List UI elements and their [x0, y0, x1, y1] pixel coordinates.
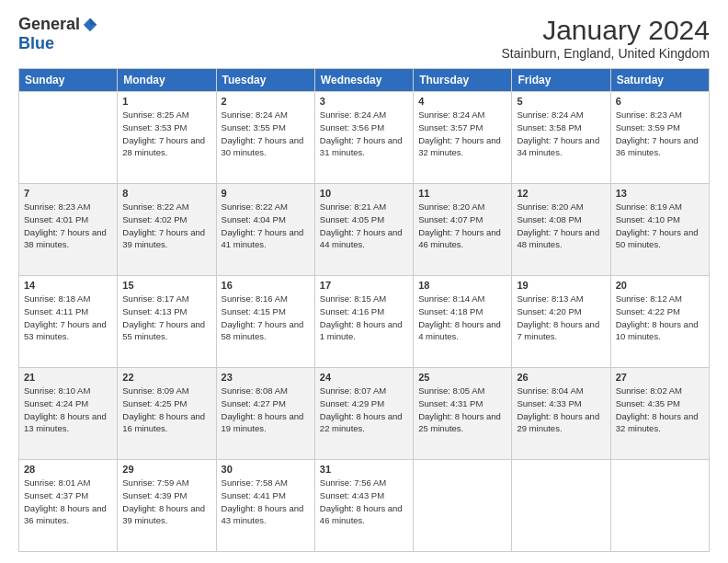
day-number: 23 — [222, 372, 310, 383]
calendar-header-cell: Wednesday — [314, 69, 413, 92]
day-info: Sunrise: 8:18 AMSunset: 4:11 PMDaylight:… — [24, 293, 112, 343]
calendar-cell: 27Sunrise: 8:02 AMSunset: 4:35 PMDayligh… — [610, 368, 709, 460]
day-info: Sunrise: 7:59 AMSunset: 4:39 PMDaylight:… — [122, 477, 210, 527]
day-info: Sunrise: 8:23 AMSunset: 3:59 PMDaylight:… — [616, 109, 704, 159]
calendar-cell: 6Sunrise: 8:23 AMSunset: 3:59 PMDaylight… — [610, 92, 709, 184]
calendar-cell — [512, 460, 610, 552]
calendar-week-row: 1Sunrise: 8:25 AMSunset: 3:53 PMDaylight… — [19, 92, 710, 184]
day-info: Sunrise: 8:08 AMSunset: 4:27 PMDaylight:… — [222, 385, 310, 435]
calendar-cell: 14Sunrise: 8:18 AMSunset: 4:11 PMDayligh… — [19, 276, 118, 368]
day-number: 29 — [122, 464, 210, 475]
day-number: 4 — [418, 96, 506, 107]
day-info: Sunrise: 8:02 AMSunset: 4:35 PMDaylight:… — [616, 385, 704, 435]
header: General Blue January 2024 Stainburn, Eng… — [18, 15, 710, 61]
calendar-cell: 16Sunrise: 8:16 AMSunset: 4:15 PMDayligh… — [216, 276, 314, 368]
calendar-cell: 8Sunrise: 8:22 AMSunset: 4:02 PMDaylight… — [118, 184, 216, 276]
calendar-cell: 13Sunrise: 8:19 AMSunset: 4:10 PMDayligh… — [610, 184, 709, 276]
day-number: 15 — [122, 280, 210, 291]
day-info: Sunrise: 8:22 AMSunset: 4:02 PMDaylight:… — [122, 201, 210, 251]
page: General Blue January 2024 Stainburn, Eng… — [0, 0, 728, 563]
calendar-cell — [414, 460, 512, 552]
day-info: Sunrise: 8:07 AMSunset: 4:29 PMDaylight:… — [320, 385, 408, 435]
logo-general-text: General — [18, 15, 80, 34]
calendar-cell: 24Sunrise: 8:07 AMSunset: 4:29 PMDayligh… — [314, 368, 413, 460]
day-number: 3 — [320, 96, 408, 107]
day-info: Sunrise: 8:24 AMSunset: 3:58 PMDaylight:… — [517, 109, 605, 159]
title-block: January 2024 Stainburn, England, United … — [502, 15, 710, 61]
calendar-header-row: SundayMondayTuesdayWednesdayThursdayFrid… — [19, 69, 710, 92]
calendar-cell: 21Sunrise: 8:10 AMSunset: 4:24 PMDayligh… — [19, 368, 118, 460]
day-number: 19 — [517, 280, 605, 291]
calendar-cell: 12Sunrise: 8:20 AMSunset: 4:08 PMDayligh… — [512, 184, 610, 276]
day-info: Sunrise: 8:20 AMSunset: 4:07 PMDaylight:… — [418, 201, 506, 251]
day-number: 26 — [517, 372, 605, 383]
calendar-cell: 1Sunrise: 8:25 AMSunset: 3:53 PMDaylight… — [118, 92, 216, 184]
day-info: Sunrise: 8:23 AMSunset: 4:01 PMDaylight:… — [24, 201, 112, 251]
day-info: Sunrise: 8:10 AMSunset: 4:24 PMDaylight:… — [24, 385, 112, 435]
calendar-cell: 20Sunrise: 8:12 AMSunset: 4:22 PMDayligh… — [610, 276, 709, 368]
day-info: Sunrise: 8:13 AMSunset: 4:20 PMDaylight:… — [517, 293, 605, 343]
day-number: 10 — [320, 188, 408, 199]
day-info: Sunrise: 8:15 AMSunset: 4:16 PMDaylight:… — [320, 293, 408, 343]
logo-blue-text: Blue — [18, 34, 54, 52]
calendar-header-cell: Monday — [118, 69, 216, 92]
day-info: Sunrise: 8:05 AMSunset: 4:31 PMDaylight:… — [418, 385, 506, 435]
day-info: Sunrise: 8:12 AMSunset: 4:22 PMDaylight:… — [616, 293, 704, 343]
day-number: 12 — [517, 188, 605, 199]
day-number: 9 — [222, 188, 310, 199]
logo-icon — [82, 17, 98, 33]
calendar-cell: 31Sunrise: 7:56 AMSunset: 4:43 PMDayligh… — [314, 460, 413, 552]
calendar-cell — [19, 92, 118, 184]
calendar-cell: 28Sunrise: 8:01 AMSunset: 4:37 PMDayligh… — [19, 460, 118, 552]
day-info: Sunrise: 8:24 AMSunset: 3:57 PMDaylight:… — [418, 109, 506, 159]
day-info: Sunrise: 7:58 AMSunset: 4:41 PMDaylight:… — [222, 477, 310, 527]
svg-marker-1 — [90, 17, 97, 24]
day-info: Sunrise: 8:09 AMSunset: 4:25 PMDaylight:… — [122, 385, 210, 435]
calendar-header-cell: Sunday — [19, 69, 118, 92]
calendar-body: 1Sunrise: 8:25 AMSunset: 3:53 PMDaylight… — [19, 92, 710, 552]
calendar-week-row: 7Sunrise: 8:23 AMSunset: 4:01 PMDaylight… — [19, 184, 710, 276]
calendar-week-row: 28Sunrise: 8:01 AMSunset: 4:37 PMDayligh… — [19, 460, 710, 552]
calendar-week-row: 14Sunrise: 8:18 AMSunset: 4:11 PMDayligh… — [19, 276, 710, 368]
calendar-cell: 9Sunrise: 8:22 AMSunset: 4:04 PMDaylight… — [216, 184, 314, 276]
calendar-header-cell: Tuesday — [216, 69, 314, 92]
calendar-cell: 3Sunrise: 8:24 AMSunset: 3:56 PMDaylight… — [314, 92, 413, 184]
day-number: 30 — [222, 464, 310, 475]
day-info: Sunrise: 8:19 AMSunset: 4:10 PMDaylight:… — [616, 201, 704, 251]
calendar-cell: 17Sunrise: 8:15 AMSunset: 4:16 PMDayligh… — [314, 276, 413, 368]
day-info: Sunrise: 8:21 AMSunset: 4:05 PMDaylight:… — [320, 201, 408, 251]
day-number: 8 — [122, 188, 210, 199]
calendar-cell — [610, 460, 709, 552]
day-info: Sunrise: 8:16 AMSunset: 4:15 PMDaylight:… — [222, 293, 310, 343]
calendar-cell: 5Sunrise: 8:24 AMSunset: 3:58 PMDaylight… — [512, 92, 610, 184]
day-info: Sunrise: 8:17 AMSunset: 4:13 PMDaylight:… — [122, 293, 210, 343]
calendar-cell: 22Sunrise: 8:09 AMSunset: 4:25 PMDayligh… — [118, 368, 216, 460]
calendar-cell: 23Sunrise: 8:08 AMSunset: 4:27 PMDayligh… — [216, 368, 314, 460]
calendar-cell: 2Sunrise: 8:24 AMSunset: 3:55 PMDaylight… — [216, 92, 314, 184]
day-number: 31 — [320, 464, 408, 475]
calendar-cell: 25Sunrise: 8:05 AMSunset: 4:31 PMDayligh… — [414, 368, 512, 460]
day-number: 2 — [222, 96, 310, 107]
calendar-cell: 7Sunrise: 8:23 AMSunset: 4:01 PMDaylight… — [19, 184, 118, 276]
day-number: 21 — [24, 372, 112, 383]
day-info: Sunrise: 8:24 AMSunset: 3:55 PMDaylight:… — [222, 109, 310, 159]
calendar-cell: 15Sunrise: 8:17 AMSunset: 4:13 PMDayligh… — [118, 276, 216, 368]
day-number: 25 — [418, 372, 506, 383]
day-info: Sunrise: 8:04 AMSunset: 4:33 PMDaylight:… — [517, 385, 605, 435]
day-number: 5 — [517, 96, 605, 107]
calendar-cell: 19Sunrise: 8:13 AMSunset: 4:20 PMDayligh… — [512, 276, 610, 368]
calendar-table: SundayMondayTuesdayWednesdayThursdayFrid… — [18, 68, 710, 552]
day-number: 28 — [24, 464, 112, 475]
day-number: 1 — [122, 96, 210, 107]
calendar-week-row: 21Sunrise: 8:10 AMSunset: 4:24 PMDayligh… — [19, 368, 710, 460]
day-number: 13 — [616, 188, 704, 199]
calendar-cell: 18Sunrise: 8:14 AMSunset: 4:18 PMDayligh… — [414, 276, 512, 368]
calendar-cell: 26Sunrise: 8:04 AMSunset: 4:33 PMDayligh… — [512, 368, 610, 460]
day-number: 6 — [616, 96, 704, 107]
day-number: 27 — [616, 372, 704, 383]
calendar-header-cell: Friday — [512, 69, 610, 92]
day-info: Sunrise: 7:56 AMSunset: 4:43 PMDaylight:… — [320, 477, 408, 527]
day-info: Sunrise: 8:25 AMSunset: 3:53 PMDaylight:… — [122, 109, 210, 159]
calendar-subtitle: Stainburn, England, United Kingdom — [502, 46, 710, 61]
day-number: 17 — [320, 280, 408, 291]
